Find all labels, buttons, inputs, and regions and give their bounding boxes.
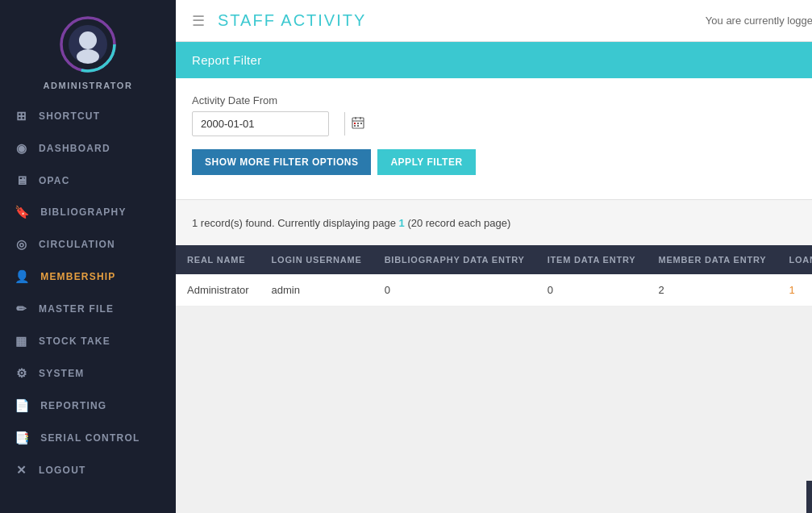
cell-item-data-entry: 0	[536, 274, 648, 307]
col-bibliography-data-entry: BIBLIOGRAPHY DATA ENTRY	[373, 245, 536, 274]
sidebar-item-label: MASTER FILE	[39, 303, 114, 315]
filter-actions: SHOW MORE FILTER OPTIONS APPLY FILTER	[192, 149, 812, 175]
cell-bibliography-data-entry: 0	[373, 274, 536, 307]
results-bar: 1 record(s) found. Currently displaying …	[176, 199, 812, 245]
opac-icon: 🖥	[15, 173, 29, 187]
reporting-icon: 📄	[15, 398, 31, 413]
sidebar: ADMINISTRATOR ⊞ SHORTCUT ◉ DASHBOARD 🖥 O…	[0, 0, 176, 513]
login-info-prefix: You are currently logged in as	[706, 15, 812, 27]
apply-filter-button[interactable]: APPLY FILTER	[377, 149, 475, 175]
dashboard-icon: ◉	[15, 141, 29, 156]
date-from-input[interactable]	[193, 113, 344, 135]
results-text: 1 record(s) found. Currently displaying …	[192, 217, 510, 229]
col-real-name: REAL NAME	[176, 245, 260, 274]
sidebar-item-label: STOCK TAKE	[39, 336, 110, 347]
stock-take-icon: ▦	[15, 334, 29, 348]
sidebar-item-serial-control[interactable]: 📑 SERIAL CONTROL	[0, 422, 176, 454]
date-input-wrap	[192, 111, 329, 136]
cell-real-name: Administrator	[176, 274, 260, 307]
results-after: (20 record each page)	[405, 217, 511, 229]
sidebar-item-system[interactable]: ⚙ SYSTEM	[0, 357, 176, 390]
sidebar-item-stock-take[interactable]: ▦ STOCK TAKE	[0, 325, 176, 357]
logo-icon	[58, 15, 118, 74]
hamburger-icon[interactable]: ☰	[192, 12, 205, 30]
report-filter-header: Report Filter	[176, 42, 812, 78]
show-more-filter-button[interactable]: SHOW MORE FILTER OPTIONS	[192, 149, 371, 175]
sidebar-item-logout[interactable]: ✕ LOGOUT	[0, 454, 176, 486]
cell-login-username: admin	[260, 274, 373, 307]
sidebar-item-shortcut[interactable]: ⊞ SHORTCUT	[0, 100, 176, 132]
sidebar-item-reporting[interactable]: 📄 REPORTING	[0, 390, 176, 422]
membership-icon: 👤	[15, 269, 31, 284]
content-area: Report Filter Activity Date From	[176, 42, 812, 513]
data-table: REAL NAME LOGIN USERNAME BIBLIOGRAPHY DA…	[176, 245, 812, 307]
results-before: 1 record(s) found. Currently displaying …	[192, 217, 399, 229]
table-header-row: REAL NAME LOGIN USERNAME BIBLIOGRAPHY DA…	[176, 245, 812, 274]
sidebar-item-circulation[interactable]: ◎ CIRCULATION	[0, 228, 176, 261]
col-member-data-entry: MEMBER DATA ENTRY	[647, 245, 777, 274]
svg-rect-12	[354, 125, 356, 127]
sidebar-item-label: CIRCULATION	[39, 239, 115, 250]
calendar-icon	[352, 116, 364, 129]
sidebar-item-opac[interactable]: 🖥 OPAC	[0, 165, 176, 196]
col-login-username: LOGIN USERNAME	[260, 245, 373, 274]
sidebar-nav: ⊞ SHORTCUT ◉ DASHBOARD 🖥 OPAC 🔖 BIBLIOGR…	[0, 100, 176, 513]
page-title: STAFF ACTIVITY	[218, 11, 693, 30]
logo-area: ADMINISTRATOR	[0, 0, 176, 100]
svg-rect-11	[360, 123, 362, 124]
sidebar-item-bibliography[interactable]: 🔖 BIBLIOGRAPHY	[0, 196, 176, 228]
sidebar-item-label: SHORTCUT	[39, 111, 100, 122]
table-row: Administrator admin 0 0 2 1 1 0	[176, 274, 812, 307]
shortcut-icon: ⊞	[15, 109, 29, 123]
results-page-num: 1	[399, 217, 405, 229]
col-loans: LOANS	[777, 245, 812, 274]
master-file-icon: ✏	[15, 302, 29, 316]
serial-control-icon: 📑	[15, 431, 31, 445]
sidebar-item-label: SYSTEM	[39, 368, 85, 379]
col-item-data-entry: ITEM DATA ENTRY	[536, 245, 648, 274]
circulation-icon: ◎	[15, 237, 29, 252]
sidebar-item-label: BIBLIOGRAPHY	[40, 206, 126, 218]
sidebar-item-label: SERIAL CONTROL	[40, 432, 139, 444]
filter-body: Activity Date From	[176, 78, 812, 199]
sidebar-item-dashboard[interactable]: ◉ DASHBOARD	[0, 132, 176, 165]
sidebar-item-membership[interactable]: 👤 MEMBERSHIP	[0, 261, 176, 293]
topbar: ☰ STAFF ACTIVITY You are currently logge…	[176, 0, 812, 42]
cell-loans: 1	[777, 274, 812, 307]
svg-rect-13	[357, 125, 359, 127]
sidebar-item-label: LOGOUT	[39, 465, 86, 476]
svg-point-3	[79, 31, 97, 49]
admin-label: ADMINISTRATOR	[44, 81, 133, 90]
svg-point-4	[77, 49, 99, 64]
logout-icon: ✕	[15, 463, 29, 478]
sidebar-item-label: MEMBERSHIP	[40, 271, 115, 282]
sidebar-item-label: DASHBOARD	[39, 143, 110, 154]
sidebar-item-label: OPAC	[39, 175, 70, 186]
calendar-button[interactable]	[344, 112, 371, 136]
date-label: Activity Date From	[192, 94, 812, 106]
svg-rect-9	[354, 123, 356, 124]
system-icon: ⚙	[15, 366, 29, 381]
main-wrapper: ☰ STAFF ACTIVITY You are currently logge…	[176, 0, 812, 513]
sidebar-item-master-file[interactable]: ✏ MASTER FILE	[0, 293, 176, 325]
chat-button-wrap: CHAT WITH MEMBERS	[806, 481, 812, 513]
svg-rect-10	[357, 123, 359, 124]
bibliography-icon: 🔖	[15, 205, 31, 219]
main-content: ☰ STAFF ACTIVITY You are currently logge…	[176, 0, 812, 513]
chat-with-members-button[interactable]: CHAT WITH MEMBERS	[806, 481, 812, 513]
cell-member-data-entry: 2	[647, 274, 777, 307]
login-info: You are currently logged in as Administr…	[706, 15, 812, 27]
sidebar-item-label: REPORTING	[40, 400, 106, 411]
